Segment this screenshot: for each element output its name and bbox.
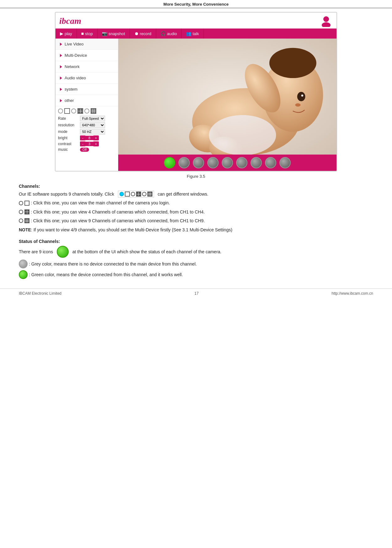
ibcam-sidebar: Live Video Multi-Device Network Audio vi…: [56, 39, 118, 171]
toolbar-audio[interactable]: 🎧 audio: [156, 29, 182, 39]
channel-btn-3[interactable]: [193, 157, 204, 168]
view-window-icon[interactable]: [64, 108, 70, 114]
svg-point-0: [323, 16, 329, 22]
contrast-plus-button[interactable]: +: [93, 141, 99, 146]
channel-btn-9[interactable]: [279, 157, 291, 168]
ibcam-header: ibcam: [56, 13, 336, 29]
bright-control: bright - 8 +: [58, 135, 115, 140]
view-grid9-icon[interactable]: [91, 108, 96, 114]
svg-point-6: [297, 92, 305, 101]
figure-caption: Figure 3.5: [19, 174, 373, 179]
sidebar-label: system: [65, 87, 77, 92]
music-label: music: [58, 147, 80, 152]
ibcam-logo: ibcam: [59, 16, 81, 26]
video-content: [118, 39, 336, 155]
view-grid4-icon[interactable]: [77, 108, 83, 114]
footer-right: http://www.ibcam.com.cn: [331, 291, 373, 296]
channel-item-3: : Click this one; you can view 9 Channel…: [19, 217, 373, 224]
toolbar-play[interactable]: ▶ play: [56, 29, 77, 39]
rate-control: Rate Full-Speed: [58, 116, 115, 121]
sidebar-multi-device[interactable]: Multi-Device: [56, 50, 118, 61]
mini-square-icon: [125, 192, 130, 197]
item2-circle-icon: [19, 210, 23, 214]
sidebar-audio-video[interactable]: Audio video: [56, 72, 118, 84]
grey-circle-icon: [19, 260, 28, 268]
svg-point-7: [301, 95, 303, 97]
footer-left: IBCAM Electronic Limited: [19, 291, 61, 296]
stop-icon: ■: [81, 31, 84, 36]
footer-page-number: 17: [194, 291, 199, 296]
bright-minus-button[interactable]: -: [80, 135, 86, 140]
svg-point-8: [295, 103, 300, 107]
rate-select[interactable]: Full-Speed: [80, 116, 105, 121]
music-control: music Off: [58, 147, 115, 152]
sidebar-live-video[interactable]: Live Video: [56, 39, 118, 50]
page-footer: IBCAM Electronic Limited 17 http://www.i…: [0, 288, 392, 298]
channel-btn-1[interactable]: [164, 157, 175, 168]
item1-circle-icon: [19, 201, 23, 205]
channel-buttons: [118, 155, 336, 171]
item3-grid9-icon: [24, 218, 29, 223]
toolbar-record[interactable]: ⏺ record: [130, 29, 156, 39]
contrast-label: contrast: [58, 142, 80, 146]
resolution-select[interactable]: 640*480: [80, 122, 105, 128]
item2-grid4-icon: [24, 209, 29, 214]
sidebar-system[interactable]: system: [56, 84, 118, 95]
toolbar-stop[interactable]: ■ stop: [77, 29, 98, 39]
record-icon: ⏺: [134, 31, 139, 36]
contrast-minus-button[interactable]: -: [80, 141, 86, 146]
mini-grid9-icon: [147, 192, 152, 197]
ibcam-main: Live Video Multi-Device Network Audio vi…: [56, 39, 336, 171]
page-header: More Security, More Convenience: [0, 0, 392, 8]
mini-circle2-icon: [131, 192, 135, 196]
header-title: More Security, More Convenience: [163, 2, 229, 7]
sidebar-label: other: [65, 98, 74, 103]
sidebar-label: Network: [65, 64, 80, 69]
green-circle-icon: [19, 270, 28, 279]
sidebar-label: Multi-Device: [65, 53, 87, 58]
mode-control: mode 50 HZ: [58, 129, 115, 134]
channels-note: NOTE: If you want to view 4/9 channels, …: [19, 226, 373, 233]
channel-btn-6[interactable]: [236, 157, 247, 168]
view-icons: [58, 108, 115, 114]
item1-square-icon: [24, 201, 29, 206]
channel-btn-2[interactable]: [178, 157, 190, 168]
arrow-icon: [60, 54, 62, 57]
arrow-icon: [60, 43, 62, 46]
channel-btn-8[interactable]: [265, 157, 276, 168]
resolution-label: resolution: [58, 123, 80, 127]
arrow-icon: [60, 76, 62, 80]
view-single-icon[interactable]: [58, 108, 63, 113]
play-icon: ▶: [60, 31, 63, 36]
toolbar-talk[interactable]: 👥 talk: [182, 29, 204, 39]
talk-icon: 👥: [186, 31, 191, 36]
arrow-icon: [60, 88, 62, 91]
bright-plus-button[interactable]: +: [93, 135, 99, 140]
toolbar-snapshot[interactable]: 📷 snapshot: [98, 29, 130, 39]
rate-label: Rate: [58, 116, 80, 121]
contrast-control: contrast - 3 +: [58, 141, 115, 146]
status-intro: There are 9 icons at the bottom of the U…: [19, 246, 373, 258]
channel-btn-5[interactable]: [222, 157, 233, 168]
mini-circle-icon: [119, 192, 124, 196]
channel-btn-7[interactable]: [251, 157, 262, 168]
bright-value: 8: [86, 136, 93, 140]
view-circle3-icon[interactable]: [84, 108, 89, 113]
ibcam-screenshot: ibcam ▶ play ■ stop 📷 snapshot: [55, 12, 337, 171]
sidebar-label: Live Video: [65, 42, 83, 46]
sidebar-other[interactable]: other: [56, 95, 118, 106]
arrow-icon: [60, 99, 62, 102]
music-toggle[interactable]: Off: [80, 148, 89, 152]
svg-point-12: [209, 115, 276, 155]
sidebar-label: Audio video: [65, 76, 86, 80]
item3-circle-icon: [19, 219, 23, 223]
sidebar-network[interactable]: Network: [56, 61, 118, 72]
mode-select[interactable]: 50 HZ: [80, 129, 105, 134]
channel-btn-4[interactable]: [207, 157, 219, 168]
user-icon: [320, 15, 333, 27]
contrast-value: 3: [86, 142, 93, 146]
view-circle2-icon[interactable]: [71, 108, 76, 113]
svg-point-1: [322, 22, 331, 27]
status-grey-item: : Grey color, means there is no device c…: [19, 260, 373, 268]
channels-section-title: Channels:: [19, 184, 373, 189]
